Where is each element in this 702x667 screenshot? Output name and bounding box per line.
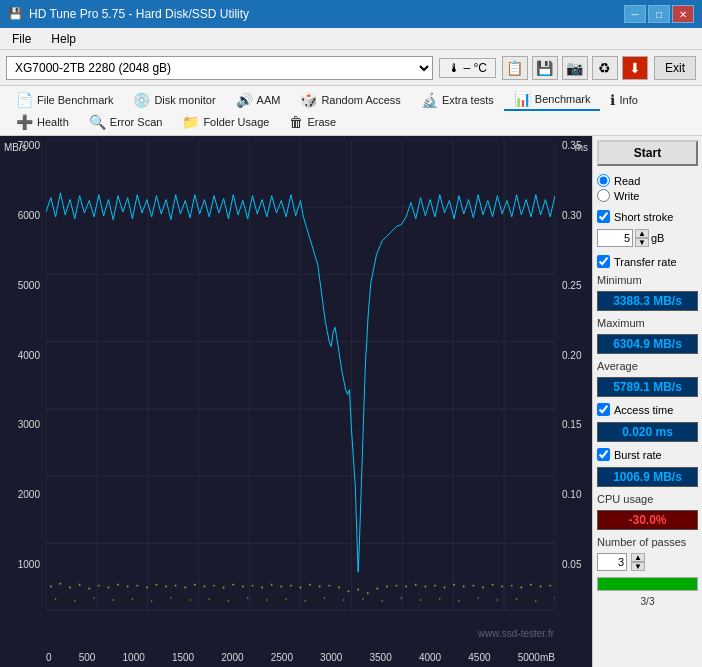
menu-file[interactable]: File [8, 31, 35, 47]
random-access-icon: 🎲 [300, 92, 317, 108]
svg-point-28 [136, 585, 138, 587]
save-icon-btn[interactable]: 💾 [532, 56, 558, 80]
svg-point-30 [155, 584, 157, 586]
cpu-usage-label: CPU usage [597, 493, 698, 505]
maximize-button[interactable]: □ [648, 5, 670, 23]
toolbar-benchmark[interactable]: 📊 Benchmark [504, 89, 601, 111]
temperature-value: – °C [464, 61, 487, 75]
svg-point-53 [376, 588, 378, 590]
close-button[interactable]: ✕ [672, 5, 694, 23]
error-scan-label: Error Scan [110, 116, 163, 128]
svg-point-19 [50, 586, 52, 588]
svg-point-63 [472, 585, 474, 587]
toolbar-folder-usage[interactable]: 📁 Folder Usage [172, 111, 279, 133]
svg-point-56 [405, 586, 407, 588]
burst-rate-label: Burst rate [614, 449, 662, 461]
toolbar-info[interactable]: ℹ Info [600, 89, 647, 111]
disk-selector[interactable]: XG7000-2TB 2280 (2048 gB) [6, 56, 433, 80]
short-stroke-up-btn[interactable]: ▲ [635, 229, 649, 238]
cpu-usage-value: -30.0% [597, 510, 698, 530]
svg-point-77 [151, 600, 153, 602]
short-stroke-unit: gB [651, 232, 664, 244]
svg-point-90 [401, 597, 403, 599]
y-axis-left: 7000 6000 5000 4000 3000 2000 1000 [4, 140, 44, 640]
disk-row: XG7000-2TB 2280 (2048 gB) 🌡 – °C 📋 💾 📷 ♻… [0, 50, 702, 86]
download-icon-btn[interactable]: ⬇ [622, 56, 648, 80]
read-radio-row: Read [597, 174, 698, 187]
svg-point-55 [396, 585, 398, 587]
menu-bar: File Help [0, 28, 702, 50]
info-icon: ℹ [610, 92, 615, 108]
toolbar-error-scan[interactable]: 🔍 Error Scan [79, 111, 173, 133]
recycle-icon-btn[interactable]: ♻ [592, 56, 618, 80]
svg-point-70 [540, 586, 542, 588]
svg-point-75 [112, 599, 114, 601]
toolbar-health[interactable]: ➕ Health [6, 111, 79, 133]
svg-point-91 [420, 599, 422, 601]
chart-svg [46, 140, 555, 611]
svg-point-93 [458, 600, 460, 602]
average-label: Average [597, 360, 698, 372]
erase-icon: 🗑 [289, 114, 303, 130]
toolbar-aam[interactable]: 🔊 AAM [226, 89, 291, 111]
toolbar-random-access[interactable]: 🎲 Random Access [290, 89, 410, 111]
minimum-value: 3388.3 MB/s [597, 291, 698, 311]
toolbar-disk-monitor[interactable]: 💿 Disk monitor [123, 89, 225, 111]
svg-point-61 [453, 584, 455, 586]
toolbar-extra-tests[interactable]: 🔬 Extra tests [411, 89, 504, 111]
svg-point-40 [252, 585, 254, 587]
transfer-rate-checkbox[interactable] [597, 255, 610, 268]
menu-help[interactable]: Help [47, 31, 80, 47]
burst-rate-checkbox[interactable] [597, 448, 610, 461]
disk-monitor-label: Disk monitor [154, 94, 215, 106]
svg-point-66 [501, 586, 503, 588]
minimize-button[interactable]: ─ [624, 5, 646, 23]
svg-point-20 [59, 583, 61, 585]
info-icon-btn[interactable]: 📋 [502, 56, 528, 80]
svg-point-65 [492, 584, 494, 586]
svg-point-81 [228, 600, 230, 602]
svg-point-50 [348, 590, 350, 592]
maximum-value: 6304.9 MB/s [597, 334, 698, 354]
svg-point-49 [338, 587, 340, 589]
write-radio-row: Write [597, 189, 698, 202]
main-area: MB/s ms 7000 6000 5000 4000 3000 2000 10… [0, 136, 702, 667]
watermark: www.ssd-tester.fr [478, 628, 554, 639]
chart-container: MB/s ms 7000 6000 5000 4000 3000 2000 10… [0, 136, 592, 667]
read-write-group: Read Write [597, 174, 698, 202]
read-radio[interactable] [597, 174, 610, 187]
toolbar-file-benchmark[interactable]: 📄 File Benchmark [6, 89, 123, 111]
short-stroke-row: Short stroke [597, 210, 698, 223]
short-stroke-input[interactable] [597, 229, 633, 247]
access-time-checkbox[interactable] [597, 403, 610, 416]
passes-input[interactable] [597, 553, 627, 571]
svg-point-58 [424, 586, 426, 588]
exit-button[interactable]: Exit [654, 56, 696, 80]
toolbar-erase[interactable]: 🗑 Erase [279, 111, 346, 133]
folder-usage-icon: 📁 [182, 114, 199, 130]
info-label: Info [619, 94, 637, 106]
write-radio[interactable] [597, 189, 610, 202]
short-stroke-checkbox[interactable] [597, 210, 610, 223]
svg-point-45 [300, 587, 302, 589]
benchmark-label: Benchmark [535, 93, 591, 105]
svg-point-38 [232, 584, 234, 586]
file-benchmark-label: File Benchmark [37, 94, 113, 106]
passes-down-btn[interactable]: ▼ [631, 562, 645, 571]
svg-point-72 [55, 598, 57, 600]
camera-icon-btn[interactable]: 📷 [562, 56, 588, 80]
svg-point-92 [439, 598, 441, 600]
svg-point-42 [271, 584, 273, 586]
disk-monitor-icon: 💿 [133, 92, 150, 108]
access-time-value: 0.020 ms [597, 422, 698, 442]
progress-bar-container [597, 577, 698, 591]
svg-point-36 [213, 585, 215, 587]
transfer-rate-label: Transfer rate [614, 256, 677, 268]
passes-up-btn[interactable]: ▲ [631, 553, 645, 562]
svg-point-24 [98, 585, 100, 587]
svg-point-43 [280, 586, 282, 588]
svg-point-96 [516, 598, 518, 600]
svg-point-21 [69, 587, 71, 589]
short-stroke-down-btn[interactable]: ▼ [635, 238, 649, 247]
start-button[interactable]: Start [597, 140, 698, 166]
